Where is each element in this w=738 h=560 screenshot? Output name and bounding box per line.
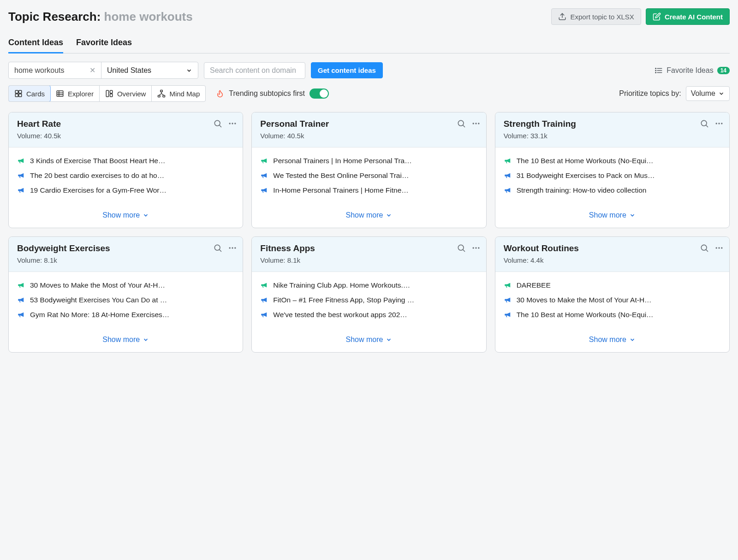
megaphone-icon bbox=[17, 311, 25, 319]
idea-text: Nike Training Club App. Home Workouts.… bbox=[273, 281, 477, 289]
card-more-icon[interactable] bbox=[228, 243, 237, 253]
tab-favorite-ideas[interactable]: Favorite Ideas bbox=[76, 38, 132, 53]
chevron-down-icon bbox=[386, 212, 392, 218]
show-more-button[interactable]: Show more bbox=[495, 205, 729, 228]
card-search-icon[interactable] bbox=[213, 119, 222, 128]
show-more-button[interactable]: Show more bbox=[9, 329, 243, 352]
card-title: Workout Routines bbox=[504, 243, 721, 253]
megaphone-icon bbox=[260, 157, 268, 165]
topic-card: Heart RateVolume: 40.5k3 Kinds of Exerci… bbox=[8, 112, 243, 228]
svg-rect-10 bbox=[19, 94, 22, 97]
keyword-input[interactable]: home workouts ✕ bbox=[9, 62, 101, 78]
view-explorer-label: Explorer bbox=[68, 90, 94, 98]
card-body: 30 Moves to Make the Most of Your At-H…5… bbox=[9, 272, 243, 329]
show-more-button[interactable]: Show more bbox=[252, 329, 486, 352]
topic-card: Strength TrainingVolume: 33.1kThe 10 Bes… bbox=[495, 112, 730, 228]
idea-row[interactable]: FitOn – #1 Free Fitness App, Stop Paying… bbox=[260, 296, 477, 304]
card-head: Heart RateVolume: 40.5k bbox=[9, 112, 243, 147]
idea-text: We Tested the Best Online Personal Trai… bbox=[273, 171, 477, 180]
view-explorer[interactable]: Explorer bbox=[50, 86, 100, 101]
card-head: Strength TrainingVolume: 33.1k bbox=[495, 112, 729, 147]
chevron-down-icon bbox=[186, 67, 192, 74]
view-switch: Cards Explorer Overview Mind Map bbox=[8, 85, 206, 102]
idea-text: In-Home Personal Trainers | Home Fitne… bbox=[273, 186, 477, 195]
clear-keyword-icon[interactable]: ✕ bbox=[89, 66, 95, 75]
idea-text: 53 Bodyweight Exercises You Can Do at … bbox=[30, 296, 234, 304]
show-more-label: Show more bbox=[102, 336, 140, 344]
idea-row[interactable]: 19 Cardio Exercises for a Gym-Free Wor… bbox=[17, 186, 234, 195]
svg-rect-8 bbox=[19, 90, 22, 93]
card-volume: Volume: 40.5k bbox=[17, 132, 234, 140]
prioritize-select[interactable]: Volume bbox=[686, 86, 730, 101]
idea-row[interactable]: Gym Rat No More: 18 At-Home Exercises… bbox=[17, 311, 234, 319]
show-more-label: Show more bbox=[589, 211, 626, 219]
trending-toggle[interactable] bbox=[309, 88, 329, 99]
tab-content-ideas[interactable]: Content Ideas bbox=[8, 38, 63, 53]
show-more-label: Show more bbox=[589, 336, 626, 344]
view-cards[interactable]: Cards bbox=[8, 85, 51, 102]
idea-row[interactable]: We Tested the Best Online Personal Trai… bbox=[260, 171, 477, 180]
view-overview[interactable]: Overview bbox=[100, 86, 152, 101]
favorite-count-badge: 14 bbox=[717, 67, 730, 74]
idea-row[interactable]: The 20 best cardio exercises to do at ho… bbox=[17, 171, 234, 180]
card-search-icon[interactable] bbox=[457, 119, 466, 128]
svg-rect-15 bbox=[106, 90, 108, 97]
idea-row[interactable]: 53 Bodyweight Exercises You Can Do at … bbox=[17, 296, 234, 304]
card-search-icon[interactable] bbox=[700, 243, 709, 253]
idea-row[interactable]: Nike Training Club App. Home Workouts.… bbox=[260, 281, 477, 289]
card-more-icon[interactable] bbox=[714, 119, 724, 128]
edit-icon bbox=[653, 12, 661, 21]
view-mindmap[interactable]: Mind Map bbox=[152, 86, 205, 101]
idea-row[interactable]: DAREBEE bbox=[504, 281, 721, 289]
idea-text: The 20 best cardio exercises to do at ho… bbox=[30, 171, 234, 180]
idea-text: 30 Moves to Make the Most of Your At-H… bbox=[517, 296, 721, 304]
card-more-icon[interactable] bbox=[228, 119, 237, 128]
export-xlsx-button[interactable]: Export topic to XLSX bbox=[551, 8, 641, 25]
idea-row[interactable]: 31 Bodyweight Exercises to Pack on Mus… bbox=[504, 171, 721, 180]
idea-text: Strength training: How-to video collecti… bbox=[517, 186, 721, 195]
title-prefix: Topic Research: bbox=[8, 10, 101, 24]
idea-text: Personal Trainers | In Home Personal Tra… bbox=[273, 157, 477, 165]
show-more-button[interactable]: Show more bbox=[495, 329, 729, 352]
create-ai-content-button[interactable]: Create AI Content bbox=[646, 8, 730, 25]
topic-name: home workouts bbox=[104, 10, 193, 24]
show-more-button[interactable]: Show more bbox=[9, 205, 243, 228]
idea-text: DAREBEE bbox=[517, 281, 721, 289]
table-icon bbox=[56, 89, 64, 98]
card-more-icon[interactable] bbox=[471, 243, 481, 253]
idea-row[interactable]: The 10 Best at Home Workouts (No-Equi… bbox=[504, 157, 721, 165]
idea-row[interactable]: 3 Kinds of Exercise That Boost Heart He… bbox=[17, 157, 234, 165]
idea-row[interactable]: In-Home Personal Trainers | Home Fitne… bbox=[260, 186, 477, 195]
card-search-icon[interactable] bbox=[700, 119, 709, 128]
country-select[interactable]: United States bbox=[101, 62, 198, 78]
topic-card: Fitness AppsVolume: 8.1kNike Training Cl… bbox=[251, 236, 486, 353]
chevron-down-icon bbox=[718, 90, 725, 97]
idea-row[interactable]: We've tested the best workout apps 202… bbox=[260, 311, 477, 319]
favorite-ideas-link[interactable]: Favorite Ideas 14 bbox=[655, 66, 730, 75]
card-search-icon[interactable] bbox=[457, 243, 466, 253]
idea-row[interactable]: The 10 Best at Home Workouts (No-Equi… bbox=[504, 311, 721, 319]
svg-rect-18 bbox=[161, 90, 163, 92]
toggle-knob bbox=[320, 89, 328, 98]
idea-row[interactable]: Personal Trainers | In Home Personal Tra… bbox=[260, 157, 477, 165]
list-icon bbox=[655, 66, 663, 75]
view-cards-label: Cards bbox=[26, 90, 45, 98]
card-volume: Volume: 40.5k bbox=[260, 132, 477, 140]
get-content-ideas-button[interactable]: Get content ideas bbox=[311, 62, 383, 78]
card-volume: Volume: 4.4k bbox=[504, 256, 721, 264]
idea-text: The 10 Best at Home Workouts (No-Equi… bbox=[517, 311, 721, 319]
card-more-icon[interactable] bbox=[471, 119, 481, 128]
card-search-icon[interactable] bbox=[213, 243, 222, 253]
show-more-button[interactable]: Show more bbox=[252, 205, 486, 228]
card-body: The 10 Best at Home Workouts (No-Equi…31… bbox=[495, 147, 729, 205]
megaphone-icon bbox=[504, 157, 512, 165]
idea-row[interactable]: Strength training: How-to video collecti… bbox=[504, 186, 721, 195]
keyword-value: home workouts bbox=[14, 66, 65, 75]
domain-search-input[interactable]: Search content on domain bbox=[204, 62, 305, 79]
megaphone-icon bbox=[17, 157, 25, 165]
card-more-icon[interactable] bbox=[714, 243, 724, 253]
megaphone-icon bbox=[260, 281, 268, 289]
card-body: 3 Kinds of Exercise That Boost Heart He…… bbox=[9, 147, 243, 205]
idea-row[interactable]: 30 Moves to Make the Most of Your At-H… bbox=[17, 281, 234, 289]
idea-row[interactable]: 30 Moves to Make the Most of Your At-H… bbox=[504, 296, 721, 304]
